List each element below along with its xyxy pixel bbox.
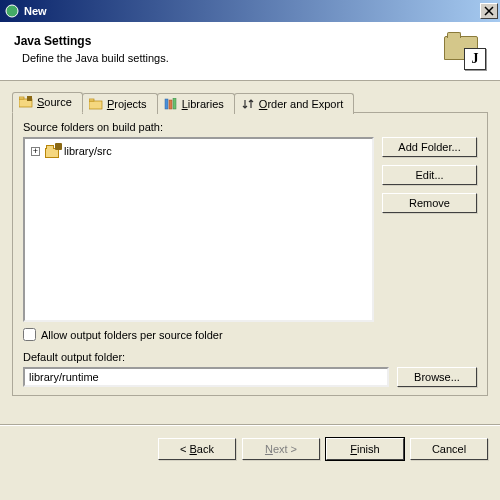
tree-item-label: library/src [64,145,112,157]
order-icon [241,98,255,110]
page-description: Define the Java build settings. [22,52,169,64]
svg-rect-3 [27,96,32,101]
cancel-button[interactable]: Cancel [410,438,488,460]
next-button: Next > [242,438,320,460]
tab-projects[interactable]: Projects [82,93,158,114]
tab-libraries[interactable]: Libraries [157,93,235,114]
page-title: Java Settings [14,34,169,48]
window-title: New [24,5,480,17]
close-icon [484,6,494,16]
browse-button[interactable]: Browse... [397,367,477,387]
tab-source[interactable]: SSourceource [12,92,83,113]
titlebar: New [0,0,500,22]
source-folders-label: Source folders on build path: [23,121,477,133]
source-folders-tree[interactable]: + library/src [23,137,374,322]
allow-output-checkbox[interactable] [23,328,36,341]
default-output-label: Default output folder: [23,351,477,363]
close-button[interactable] [480,3,498,19]
java-project-icon: J [442,32,486,70]
libraries-icon [164,98,178,110]
wizard-banner: Java Settings Define the Java build sett… [0,22,500,81]
tab-bar: SSourceource Projects Libraries Order an… [12,91,488,113]
remove-button[interactable]: Remove [382,193,477,213]
svg-rect-6 [165,99,168,109]
svg-rect-8 [173,98,176,109]
app-icon [4,3,20,19]
svg-point-0 [6,5,18,17]
expand-toggle[interactable]: + [31,147,40,156]
svg-rect-2 [19,97,24,99]
svg-rect-7 [169,100,172,109]
default-output-input[interactable] [23,367,389,387]
svg-rect-5 [89,99,94,101]
back-button[interactable]: < Back [158,438,236,460]
allow-output-label: Allow output folders per source folder [41,329,223,341]
source-panel: Source folders on build path: + library/… [12,113,488,396]
add-folder-button[interactable]: Add Folder... [382,137,477,157]
source-folder-icon [19,96,33,108]
package-folder-icon [45,144,61,158]
tree-item[interactable]: + library/src [29,143,368,159]
edit-button[interactable]: Edit... [382,165,477,185]
projects-icon [89,98,103,110]
tab-order-export[interactable]: Order and Export [234,93,354,114]
finish-button[interactable]: Finish [326,438,404,460]
svg-rect-4 [89,101,102,109]
wizard-buttons: < Back Next > Finish Cancel [0,426,500,472]
